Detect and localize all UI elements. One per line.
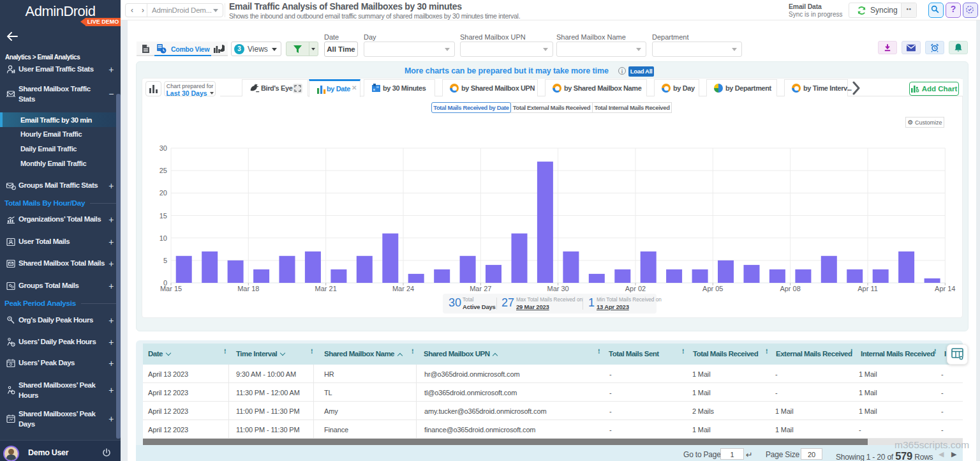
svg-text:10: 10 <box>160 234 167 242</box>
svg-text:Mar 21: Mar 21 <box>315 285 337 292</box>
svg-text:5: 5 <box>163 257 167 264</box>
svg-text:Apr 02: Apr 02 <box>625 285 646 292</box>
svg-text:Mar 18: Mar 18 <box>237 285 259 292</box>
svg-text:Mar 30: Mar 30 <box>547 285 568 292</box>
svg-text:20: 20 <box>160 189 167 197</box>
svg-text:Apr 11: Apr 11 <box>858 285 878 292</box>
svg-text:25: 25 <box>160 167 167 174</box>
svg-text:Apr 08: Apr 08 <box>780 285 800 292</box>
svg-text:30: 30 <box>160 144 167 152</box>
svg-text:0: 0 <box>163 279 167 287</box>
svg-text:Apr 14: Apr 14 <box>935 285 955 292</box>
svg-text:15: 15 <box>160 212 167 220</box>
svg-text:Mar 24: Mar 24 <box>392 285 414 292</box>
svg-text:Mar 27: Mar 27 <box>470 285 491 292</box>
svg-text:Apr 05: Apr 05 <box>702 285 723 292</box>
